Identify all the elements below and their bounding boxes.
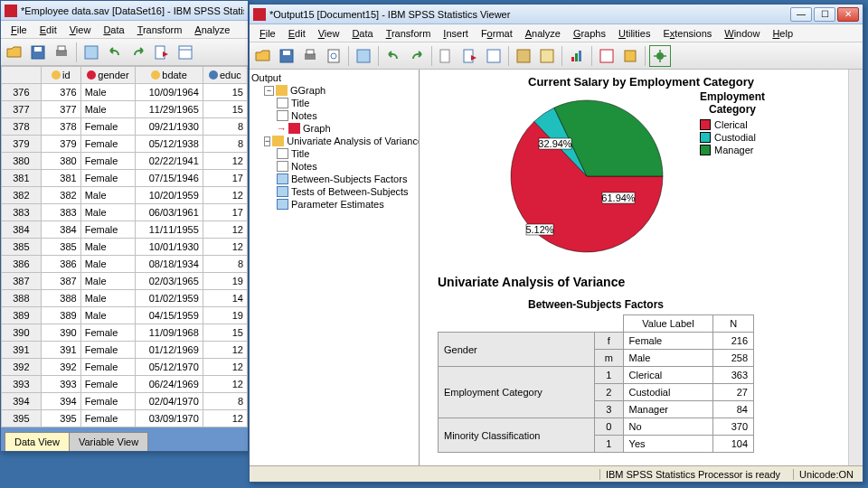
col-gender[interactable]: gender — [80, 67, 136, 84]
menu-file[interactable]: File — [5, 23, 33, 37]
table-row[interactable]: 393393Female06/24/196912 — [2, 376, 248, 393]
pie-label-manager: 32.94% — [538, 138, 572, 149]
spss-icon — [253, 8, 266, 21]
table-row[interactable]: 392392Female05/12/197012 — [2, 359, 248, 376]
menu-window[interactable]: Window — [718, 26, 766, 41]
redo-icon[interactable] — [127, 42, 149, 63]
table-row[interactable]: 376376Male10/09/196415 — [2, 84, 248, 101]
table-row[interactable]: 395395Female03/09/197012 — [2, 410, 248, 427]
output-canvas[interactable]: Current Salary by Employment Category 61… — [420, 70, 863, 465]
close-button[interactable]: ✕ — [837, 7, 859, 22]
menu-data[interactable]: Data — [345, 26, 379, 41]
outline-notes[interactable]: Notes — [251, 109, 417, 122]
table-row[interactable]: 380380Female02/22/194112 — [2, 153, 248, 170]
print-icon[interactable] — [51, 42, 72, 63]
vertical-scrollbar[interactable] — [848, 70, 863, 465]
data-titlebar[interactable]: *Employee data.sav [DataSet16] - IBM SPS… — [1, 1, 248, 21]
tab-variable-view[interactable]: Variable View — [69, 432, 148, 451]
tab-data-view[interactable]: Data View — [5, 432, 70, 451]
legend-swatch-manager — [700, 145, 711, 155]
recall-icon[interactable] — [80, 42, 102, 63]
legend-swatch-clerical — [700, 119, 711, 130]
outline-tbs[interactable]: Tests of Between-Subjects — [251, 185, 417, 198]
table-row[interactable]: 381381Female07/15/194617 — [2, 170, 248, 187]
minimize-button[interactable]: — — [790, 7, 812, 22]
table-row[interactable]: 382382Male10/20/195912 — [2, 187, 248, 204]
undo-icon[interactable] — [382, 45, 404, 67]
menu-edit[interactable]: Edit — [282, 26, 312, 41]
table-row[interactable]: 386386Male08/18/19348 — [2, 256, 248, 273]
menu-graphs[interactable]: Graphs — [567, 26, 612, 41]
open-icon[interactable] — [252, 45, 274, 67]
menu-view[interactable]: View — [312, 26, 346, 41]
goto-icon[interactable] — [436, 45, 458, 67]
outline-output[interactable]: Output — [251, 71, 417, 84]
factors-table: Value LabelN GenderfFemale216mMale258Emp… — [438, 314, 754, 453]
legend-label-manager: Manager — [714, 145, 753, 155]
menu-format[interactable]: Format — [475, 26, 519, 41]
menu-insert[interactable]: Insert — [437, 26, 475, 41]
table-row[interactable]: 394394Female02/04/19708 — [2, 393, 248, 410]
menu-file[interactable]: File — [253, 26, 282, 41]
select-icon[interactable] — [513, 45, 534, 67]
save-icon[interactable] — [27, 42, 49, 63]
outline-graph[interactable]: →Graph — [251, 122, 417, 135]
outline-pane[interactable]: Output −GGraph Title Notes →Graph −Univa… — [250, 70, 420, 465]
menu-edit[interactable]: Edit — [33, 23, 63, 37]
menu-analyze[interactable]: Analyze — [519, 26, 567, 41]
data-grid[interactable]: id gender bdate educ 376376Male10/09/196… — [1, 66, 248, 427]
open-icon[interactable] — [4, 42, 25, 63]
menu-help[interactable]: Help — [766, 26, 799, 41]
outline-uav-notes[interactable]: Notes — [251, 160, 417, 173]
svg-rect-24 — [625, 51, 636, 61]
menu-transform[interactable]: Transform — [131, 23, 189, 37]
redo-icon[interactable] — [406, 45, 428, 67]
menu-extensions[interactable]: Extensions — [656, 26, 718, 41]
outline-ggraph[interactable]: −GGraph — [251, 84, 417, 97]
maximize-button[interactable]: ☐ — [814, 7, 835, 22]
outline-uav[interactable]: −Univariate Analysis of Variance — [251, 135, 417, 147]
menu-data[interactable]: Data — [97, 23, 130, 37]
col-educ[interactable]: educ — [203, 67, 247, 84]
menu-view[interactable]: View — [63, 23, 98, 37]
goto-var-icon[interactable] — [459, 45, 481, 67]
col-id[interactable]: id — [41, 67, 80, 84]
designate-icon[interactable] — [649, 45, 671, 67]
outline-bsf[interactable]: Between-Subjects Factors — [251, 173, 417, 185]
svg-rect-20 — [571, 57, 574, 61]
undo-icon[interactable] — [104, 42, 126, 63]
table-row[interactable]: 389389Male04/15/195919 — [2, 307, 248, 324]
run-icon[interactable] — [596, 45, 618, 67]
table-row[interactable]: 378378Female09/21/19308 — [2, 118, 248, 136]
save-icon[interactable] — [276, 45, 297, 67]
outline-uav-title[interactable]: Title — [251, 147, 417, 160]
table-row[interactable]: 377377Male11/29/196515 — [2, 101, 248, 118]
table-row[interactable]: 385385Male10/01/193012 — [2, 239, 248, 256]
table-row[interactable]: 384384Female11/11/195512 — [2, 221, 248, 239]
vars-icon[interactable] — [175, 42, 196, 63]
menu-analyze[interactable]: Analyze — [188, 23, 236, 37]
pie-label-custodial: 5.12% — [525, 224, 553, 235]
vars-icon[interactable] — [483, 45, 505, 67]
table-row[interactable]: 383383Male06/03/196117 — [2, 204, 248, 221]
table-row[interactable]: 388388Male01/02/195914 — [2, 290, 248, 307]
insert-icon[interactable] — [536, 45, 558, 67]
table-row[interactable]: 379379Female05/12/19388 — [2, 136, 248, 153]
viewer-titlebar[interactable]: *Output15 [Document15] - IBM SPSS Statis… — [250, 5, 863, 24]
table-row[interactable]: 390390Female11/09/196815 — [2, 324, 248, 342]
outline-title[interactable]: Title — [251, 97, 417, 109]
outline-pe[interactable]: Parameter Estimates — [251, 198, 417, 211]
col-bdate[interactable]: bdate — [136, 67, 203, 84]
table-row[interactable]: 387387Male02/03/196519 — [2, 273, 248, 290]
table-row: Minority Classification0No370 — [439, 418, 754, 436]
print-icon[interactable] — [299, 45, 321, 67]
table-row[interactable]: 391391Female01/12/196912 — [2, 342, 248, 359]
pie-chart: 61.94% 5.12% 32.94% — [492, 90, 682, 262]
preview-icon[interactable] — [323, 45, 344, 67]
menu-utilities[interactable]: Utilities — [612, 26, 656, 41]
chart-icon[interactable] — [566, 45, 588, 67]
script-icon[interactable] — [619, 45, 641, 67]
goto-icon[interactable] — [151, 42, 173, 63]
recall-icon[interactable] — [353, 45, 374, 67]
menu-transform[interactable]: Transform — [380, 26, 438, 41]
